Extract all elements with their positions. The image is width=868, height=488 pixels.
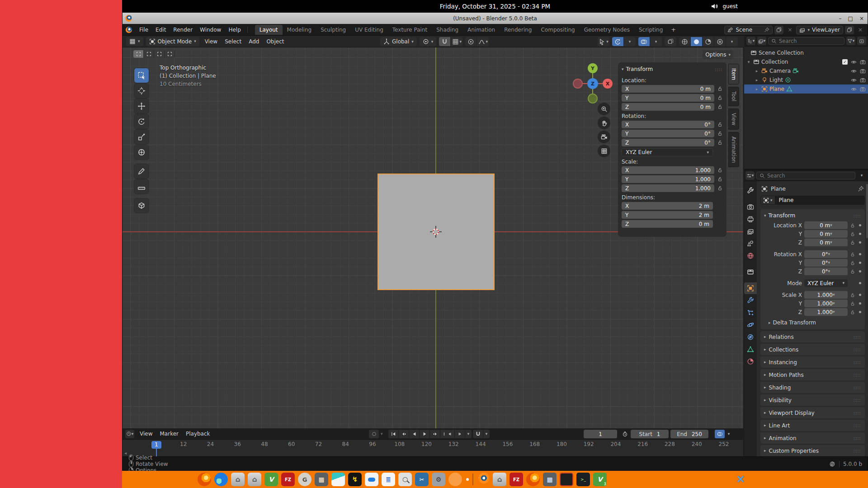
render-visibility-icon[interactable] xyxy=(860,86,866,92)
vim-window-icon[interactable]: 3 xyxy=(593,473,607,486)
screenshot-launcher-icon[interactable] xyxy=(415,473,429,486)
properties-scrollbar[interactable] xyxy=(866,184,868,238)
timeline-overlays-toggle[interactable] xyxy=(715,430,725,438)
taskbar-close-button[interactable]: ✕ xyxy=(736,473,745,486)
workspace-tab[interactable]: Geometry Nodes xyxy=(580,25,634,35)
outliner-search-input[interactable] xyxy=(779,38,841,44)
value-field[interactable]: 0 m▾ xyxy=(804,221,848,229)
animate-dot-button[interactable] xyxy=(859,262,861,264)
view-layer-selector[interactable]: ▾ ViewLayer xyxy=(796,26,843,34)
sidebar-tab[interactable]: Animation xyxy=(728,132,739,168)
tool-move[interactable] xyxy=(134,99,149,113)
play-button[interactable] xyxy=(420,430,429,438)
workspace-tab[interactable]: Rendering xyxy=(500,25,536,35)
animate-dot-button[interactable] xyxy=(859,311,861,313)
rotation-mode-dropdown[interactable]: XYZ Euler▾ xyxy=(622,148,713,156)
properties-tab-output[interactable] xyxy=(744,213,757,225)
viewport-menu-item[interactable]: Object xyxy=(263,37,288,46)
drag-handle[interactable]: :::: xyxy=(854,398,861,403)
media-window-icon[interactable] xyxy=(560,473,573,486)
properties-tab-constraints[interactable] xyxy=(744,331,757,343)
gizmo-settings-dropdown[interactable]: ▾ xyxy=(624,37,636,46)
lock-icon[interactable] xyxy=(850,223,855,228)
drag-handle[interactable]: :::: xyxy=(854,347,861,352)
maximize-button[interactable]: □ xyxy=(848,15,853,22)
shading-settings-dropdown[interactable]: ▾ xyxy=(726,37,738,46)
proportional-falloff-dropdown[interactable]: ▾ xyxy=(477,37,489,46)
blender-menu-icon[interactable] xyxy=(126,27,132,33)
gimp-launcher-icon[interactable] xyxy=(298,473,311,486)
shading-solid-button[interactable] xyxy=(691,37,703,46)
outliner-row-collection[interactable]: ▾ Collection ✓ xyxy=(744,57,868,66)
gizmo-x-axis[interactable]: X xyxy=(603,79,613,89)
animate-dot-button[interactable] xyxy=(859,270,861,272)
select-mode-new-button[interactable] xyxy=(133,50,144,58)
options-button[interactable]: Options▾ xyxy=(703,50,733,59)
value-field[interactable]: 0°▾ xyxy=(804,250,848,258)
lock-icon[interactable] xyxy=(717,131,723,136)
collapsed-panel[interactable]: ▸ Viewport Display :::: xyxy=(760,407,865,418)
eye-icon[interactable] xyxy=(851,59,857,65)
animate-dot-button[interactable] xyxy=(859,302,861,305)
new-collection-button[interactable] xyxy=(857,37,866,45)
render-visibility-icon[interactable] xyxy=(860,77,866,83)
tool-transform[interactable] xyxy=(134,145,149,160)
collapsed-panel[interactable]: ▸ Motion Paths :::: xyxy=(760,369,865,380)
lock-icon[interactable] xyxy=(850,252,855,257)
workspace-tab[interactable]: Shading xyxy=(432,25,463,35)
pivot-point-dropdown[interactable]: ▾ xyxy=(420,37,437,46)
orthographic-toggle-button[interactable] xyxy=(598,145,610,157)
workspace-tab[interactable]: Animation xyxy=(463,25,500,35)
object-type-visibility-dropdown[interactable]: ▾ xyxy=(598,37,609,46)
value-field[interactable]: 1.000▾ xyxy=(804,308,848,316)
tool-select-box[interactable] xyxy=(134,68,149,83)
indicator-dot-icon[interactable] xyxy=(465,473,470,486)
collapsed-panel[interactable]: ▸ Visibility :::: xyxy=(760,394,865,406)
lock-icon[interactable] xyxy=(850,269,855,274)
workspace-tab[interactable]: Sculpting xyxy=(316,25,350,35)
location-field[interactable]: Y0 m xyxy=(622,94,714,102)
properties-tab-view-layer[interactable] xyxy=(744,225,757,237)
timeline-snap-dropdown[interactable]: ▾ xyxy=(483,430,490,438)
shading-material-button[interactable] xyxy=(703,37,714,46)
tool-annotate[interactable] xyxy=(134,164,149,178)
value-field[interactable]: 0°▾ xyxy=(804,267,848,275)
lock-icon[interactable] xyxy=(717,185,723,191)
lock-icon[interactable] xyxy=(717,95,723,101)
view-layer-remove-button[interactable]: × xyxy=(856,26,865,34)
current-frame-field[interactable]: 1 xyxy=(584,430,617,438)
tool-add-cube[interactable] xyxy=(134,198,149,213)
blender-window-icon[interactable] xyxy=(476,473,490,486)
timeline-editor-type-dropdown[interactable]: ▾ xyxy=(125,430,134,438)
3d-viewport[interactable]: Top Orthographic (1) Collection | Plane … xyxy=(123,47,743,428)
lock-icon[interactable] xyxy=(850,240,855,245)
timeline-menu-item[interactable]: Marker xyxy=(156,429,182,438)
breadcrumb-object-name[interactable]: Plane xyxy=(771,186,786,192)
timeline-overlays-dropdown[interactable]: ▾ xyxy=(726,430,732,438)
filezilla-launcher-icon[interactable] xyxy=(281,473,295,486)
jump-prev-frame-button[interactable] xyxy=(444,430,454,438)
transform-orientation-dropdown[interactable]: Global ▾ xyxy=(380,37,417,46)
scale-field[interactable]: Y1.000 xyxy=(622,175,714,183)
camera-view-button[interactable] xyxy=(598,131,610,143)
notes-launcher-icon[interactable] xyxy=(331,473,345,486)
scene-copy-button[interactable] xyxy=(774,26,783,34)
mode-selector[interactable]: Object Mode ▾ xyxy=(146,37,199,46)
file-manager-window-icon[interactable] xyxy=(493,473,506,486)
properties-tab-object[interactable] xyxy=(744,282,757,294)
jump-to-start-button[interactable] xyxy=(388,430,398,438)
properties-tab-world[interactable] xyxy=(744,250,757,262)
file-manager-2-launcher-icon[interactable] xyxy=(248,473,261,486)
object-name-field[interactable]: Plane xyxy=(775,196,865,205)
expand-chevron-icon[interactable]: ▾ xyxy=(746,60,751,64)
play-reverse-button[interactable] xyxy=(409,430,419,438)
collapsed-panel[interactable]: ▸ Custom Properties :::: xyxy=(760,445,865,456)
xray-toggle[interactable] xyxy=(665,37,676,46)
scale-field[interactable]: Z1.000 xyxy=(622,184,714,192)
gizmo-y-axis[interactable]: Y xyxy=(588,63,598,73)
render-visibility-icon[interactable] xyxy=(860,59,866,65)
network-status-icon[interactable] xyxy=(829,461,835,467)
properties-tab-collection[interactable] xyxy=(744,266,757,278)
panel-title[interactable]: Transform xyxy=(626,66,653,72)
shading-rendered-button[interactable] xyxy=(714,37,726,46)
